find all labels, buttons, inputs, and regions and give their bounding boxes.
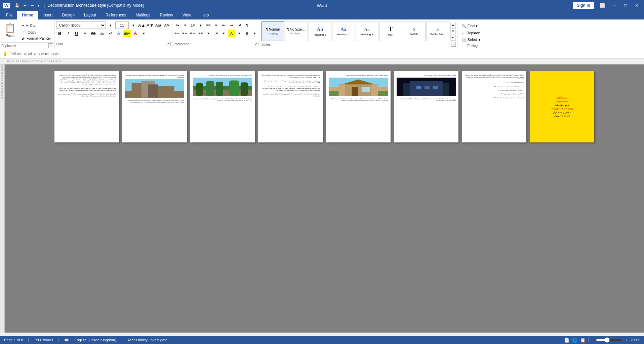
- paste-button[interactable]: 📋 Paste: [1, 22, 19, 39]
- italic-button[interactable]: I: [65, 30, 72, 37]
- tab-home[interactable]: Home: [17, 11, 38, 19]
- copy-button[interactable]: 📄 Copy: [20, 29, 52, 35]
- tab-file[interactable]: File: [1, 11, 17, 19]
- font-color-dropdown[interactable]: ▾: [140, 30, 148, 37]
- styles-scroll-up[interactable]: ▲: [450, 22, 456, 28]
- align-right-button[interactable]: ≡→: [189, 30, 197, 37]
- page-2[interactable]: ساختمان‌های دکانستراکتیو اغلب دارای پوست…: [122, 71, 187, 142]
- clear-formatting-button[interactable]: A✕: [163, 22, 171, 29]
- align-center-button[interactable]: ≡↔: [182, 30, 189, 37]
- justify-button[interactable]: ≡≡: [197, 30, 204, 37]
- customize-quick-access-button[interactable]: ▾: [36, 3, 41, 8]
- tab-design[interactable]: Design: [57, 11, 79, 19]
- styles-scroll-down[interactable]: ▼: [450, 28, 456, 34]
- font-color-button[interactable]: A: [132, 30, 139, 37]
- style-heading1[interactable]: Aa Heading 1: [309, 22, 331, 41]
- restore-button[interactable]: □: [621, 2, 630, 9]
- styles-dialog-launcher[interactable]: ↗: [451, 42, 456, 47]
- page-6[interactable]: نمونه‌ای از معماری دکانستراکشن در شب با …: [394, 71, 458, 142]
- page-4[interactable]: دانیل لیبسکیند، معمار لهستانی-آمریکایی، …: [258, 71, 323, 142]
- copy-icon: 📄: [22, 30, 26, 34]
- find-icon: 🔍: [461, 24, 466, 28]
- underline-button[interactable]: U: [73, 30, 80, 37]
- tell-me-input[interactable]: [10, 51, 111, 56]
- align-dropdown[interactable]: ▾: [205, 30, 212, 37]
- tab-insert[interactable]: Insert: [38, 11, 57, 19]
- increase-indent-button[interactable]: ⇥: [228, 22, 235, 29]
- svg-rect-8: [206, 81, 214, 96]
- tab-references[interactable]: References: [101, 11, 131, 19]
- font-dialog-launcher[interactable]: ↗: [166, 42, 171, 46]
- text-highlight-button[interactable]: ab▾: [123, 30, 131, 37]
- shading-dropdown[interactable]: ▾: [236, 30, 243, 37]
- styles-more[interactable]: ▾: [450, 35, 456, 41]
- font-name-dropdown[interactable]: ▾: [107, 22, 114, 29]
- shading-button[interactable]: A: [228, 30, 235, 37]
- clipboard-dialog-launcher[interactable]: ↗: [48, 43, 53, 48]
- style-subtle-emphasis[interactable]: a Subtle Em...: [426, 22, 449, 41]
- redo-button[interactable]: ↪: [29, 3, 35, 8]
- cut-button[interactable]: ✂ ✂ Cut: [20, 23, 52, 29]
- page-7[interactable]: نتیجه‌گیری: معماری دکانستراکشن یکی از جا…: [462, 71, 526, 142]
- decrease-font-size-button[interactable]: A▼: [147, 22, 154, 29]
- tab-view[interactable]: View: [178, 11, 196, 19]
- line-spacing-dropdown[interactable]: ▾: [220, 30, 228, 37]
- numbering-button[interactable]: 1≡: [189, 22, 197, 29]
- page-6-content: نمونه‌ای از معماری دکانستراکشن در شب با …: [394, 71, 458, 142]
- page-1[interactable]: در معماری، سبک معماری دکانستراکشن یا واس…: [54, 71, 119, 142]
- show-hide-button[interactable]: ¶: [243, 22, 251, 29]
- style-heading2[interactable]: Aa Heading 2: [332, 22, 355, 41]
- undo-button[interactable]: ↩: [22, 3, 28, 8]
- close-button[interactable]: ✕: [632, 2, 641, 9]
- select-button[interactable]: ⬜ Select ▾: [459, 37, 484, 43]
- style-no-spacing[interactable]: ¶ No Spac... No Spac...: [285, 22, 308, 41]
- find-button[interactable]: 🔍 Find ▾: [459, 23, 480, 29]
- minimize-button[interactable]: ─: [610, 2, 619, 9]
- style-title[interactable]: T Title: [379, 22, 402, 41]
- bullets-dropdown[interactable]: ▾: [182, 22, 189, 29]
- borders-button[interactable]: ⊞: [243, 30, 251, 37]
- multilevel-list-button[interactable]: ≡≡: [205, 22, 212, 29]
- paragraph-dialog-launcher[interactable]: ↗: [254, 42, 258, 46]
- style-subtitle[interactable]: S Subtitle: [403, 22, 426, 41]
- align-left-button[interactable]: ≡←: [174, 30, 181, 37]
- outline-view-button[interactable]: 📋: [580, 338, 586, 343]
- sign-in-button[interactable]: Sign in: [573, 2, 594, 9]
- style-normal[interactable]: ¶ Normal ↑ Normal: [261, 22, 284, 41]
- subscript-button[interactable]: x₂: [98, 30, 106, 37]
- tab-help[interactable]: Help: [196, 11, 214, 19]
- font-size-dropdown[interactable]: ▾: [130, 22, 137, 29]
- replace-icon: ↔: [461, 31, 465, 35]
- web-layout-button[interactable]: 🌐: [572, 338, 577, 343]
- underline-dropdown[interactable]: ▾: [81, 30, 89, 37]
- ribbon-display-button[interactable]: ⬜: [597, 2, 608, 9]
- line-spacing-button[interactable]: ↕≡: [212, 30, 220, 37]
- tab-review[interactable]: Review: [155, 11, 177, 19]
- tab-mailings[interactable]: Mailings: [131, 11, 155, 19]
- increase-font-size-button[interactable]: A▲: [138, 22, 146, 29]
- strikethrough-button[interactable]: ab: [90, 30, 97, 37]
- font-name-selector[interactable]: Calibri (Body): [56, 22, 106, 29]
- page-8[interactable]: تحقیق آنلاین Tahghighonline.ir مرجع دانل…: [530, 71, 594, 142]
- format-painter-button[interactable]: 🖌 Format Painter: [20, 36, 52, 41]
- page-3[interactable]: زاها حدید، معمار عراقی-بریتانیایی، اولین…: [190, 71, 255, 142]
- font-size-input[interactable]: [115, 22, 129, 29]
- decrease-indent-button[interactable]: ⇤: [220, 22, 228, 29]
- superscript-button[interactable]: x²: [107, 30, 114, 37]
- numbering-dropdown[interactable]: ▾: [197, 22, 204, 29]
- tab-layout[interactable]: Layout: [79, 11, 101, 19]
- multilevel-dropdown[interactable]: ▾: [212, 22, 220, 29]
- borders-dropdown[interactable]: ▾: [251, 30, 258, 37]
- page-5-content: خانه‌های مسکونی با سبک دکانستراکشن در من…: [326, 71, 391, 142]
- print-layout-button[interactable]: 📄: [564, 338, 569, 343]
- page-5[interactable]: خانه‌های مسکونی با سبک دکانستراکشن در من…: [326, 71, 391, 142]
- replace-button[interactable]: ↔ Replace: [459, 30, 483, 36]
- bold-button[interactable]: B: [56, 30, 64, 37]
- bullets-button[interactable]: ≡•: [174, 22, 181, 29]
- style-heading3[interactable]: Aa Heading 3: [356, 22, 378, 41]
- sort-button[interactable]: ↕A: [236, 22, 243, 29]
- zoom-slider[interactable]: [596, 337, 623, 343]
- change-case-button[interactable]: Aa▾: [155, 22, 162, 29]
- text-effects-button[interactable]: A: [115, 30, 122, 37]
- save-button[interactable]: 💾: [13, 3, 21, 8]
